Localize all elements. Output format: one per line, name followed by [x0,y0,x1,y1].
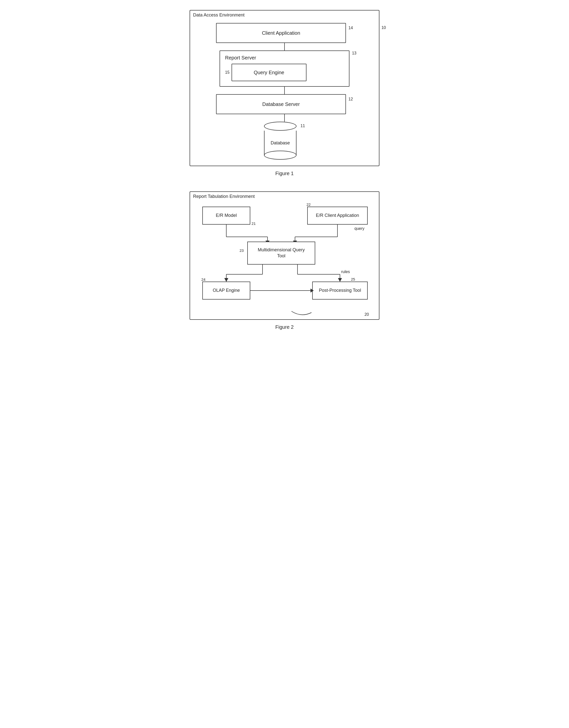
database-cylinder-container: Database 11 [264,122,305,156]
multi-query-text1: Multidimensional Query [258,247,305,252]
database-cylinder: Database [264,122,296,156]
query-engine-label: Query Engine [254,70,284,75]
multi-query-rect [248,242,315,264]
er-model-text: E/R Model [216,213,237,218]
olap-ref: 24 [201,277,206,282]
fig1-db-ref: 11 [300,124,305,128]
fig1-db-server-ref: 12 [348,97,353,101]
fig1-ref-outer: 10 [381,25,386,30]
fig1-environment-label: Data Access Environment [193,12,245,18]
multi-ref: 23 [240,248,244,253]
figure2-diagram: Report Tabulation Environment 20 E/R Mod… [190,191,379,320]
fig1-connector-2 [284,87,285,94]
database-server-container: Database Server 12 [216,94,353,114]
er-client-ref: 22 [306,202,311,207]
database-label: Database [265,140,296,146]
fig1-client-ref: 14 [348,26,353,30]
olap-text: OLAP Engine [213,288,240,293]
database-server-box: Database Server [216,94,346,114]
fig1-content: Client Application 14 Report Server 15 Q… [200,23,369,156]
figure2-container: Report Tabulation Environment 20 E/R Mod… [190,191,379,330]
rules-label: rules [341,270,350,274]
er-client-text: E/R Client Application [316,213,359,218]
multi-to-post-arrow [338,278,342,282]
multi-query-text2: Tool [277,253,285,258]
fig1-report-ref-outer: 13 [352,51,356,55]
er-model-ref: 21 [252,221,256,226]
fig1-connector-1 [284,43,285,50]
report-server-label: Report Server [225,55,344,61]
fig2-environment-label: Report Tabulation Environment [193,194,255,199]
post-ref: 25 [351,277,355,281]
client-application-box: Client Application [216,23,346,43]
post-text: Post-Processing Tool [319,288,361,293]
figure1-container: Data Access Environment 10 Client Applic… [190,10,379,176]
fig2-ref-outer: 20 [364,312,369,317]
database-server-label: Database Server [262,101,300,107]
fig2-arrows-svg: E/R Model 21 E/R Client Application 22 q… [198,202,372,307]
client-application-label: Client Application [262,30,300,36]
figure2-caption: Figure 2 [275,324,293,330]
fig1-report-ref-inner: 15 [225,70,230,75]
report-server-container: Report Server 15 Query Engine 13 [220,50,349,87]
fig1-connector-3 [284,114,285,122]
multi-to-olap-arrow [224,278,228,282]
cylinder-body: Database [264,131,296,156]
figure1-diagram: Data Access Environment 10 Client Applic… [190,10,379,166]
fig2-content: E/R Model 21 E/R Client Application 22 q… [198,202,371,307]
cylinder-bottom-ellipse [264,151,296,160]
figure1-caption: Figure 1 [275,171,293,176]
query-label: query [354,226,364,231]
query-engine-box: Query Engine [232,64,306,81]
cylinder-top [264,122,296,131]
report-server-box: Report Server 15 Query Engine [220,50,349,87]
fig2-outer-ref-svg [289,309,339,319]
